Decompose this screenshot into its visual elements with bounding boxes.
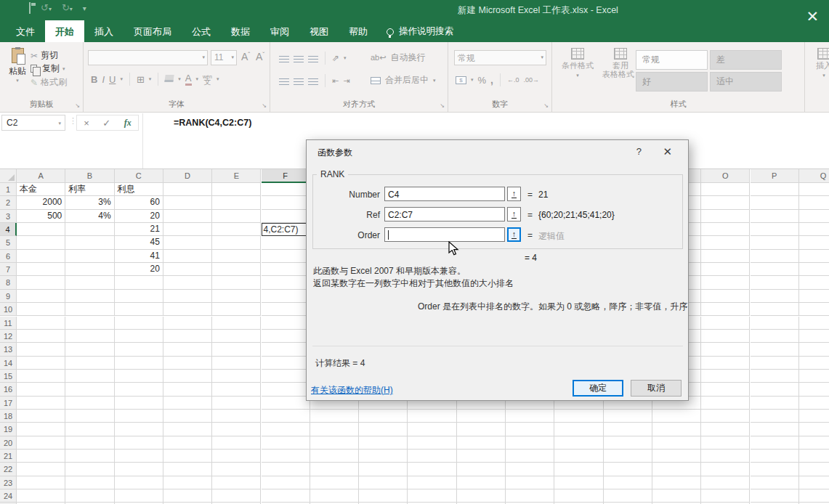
- grid-cell-F18[interactable]: [262, 410, 310, 423]
- grid-cell-B7[interactable]: [65, 263, 114, 276]
- grid-cell-C21[interactable]: [115, 450, 163, 463]
- grid-cell-D15[interactable]: [163, 370, 212, 383]
- column-header-P[interactable]: P: [751, 169, 799, 183]
- grid-cell-O12[interactable]: [701, 330, 750, 343]
- grid-cell-F21[interactable]: [262, 450, 310, 463]
- grid-cell-L24[interactable]: [554, 489, 603, 503]
- font-name-select[interactable]: ▾: [88, 50, 208, 65]
- grid-cell-N19[interactable]: [652, 423, 701, 436]
- grid-cell-C24[interactable]: [115, 489, 163, 503]
- grid-cell-C11[interactable]: [115, 317, 163, 330]
- cell-style-1[interactable]: 差: [710, 50, 782, 70]
- grid-cell-F20[interactable]: [262, 436, 310, 450]
- grid-cell-E24[interactable]: [212, 489, 261, 503]
- redo-icon[interactable]: ↻▾: [62, 3, 73, 13]
- grid-cell-Q13[interactable]: [799, 343, 829, 356]
- dialog-title-bar[interactable]: 函数参数 ? ✕: [307, 140, 688, 162]
- grid-cell-O7[interactable]: [701, 263, 750, 276]
- cell-style-3[interactable]: 适中: [710, 72, 782, 92]
- grid-cell-E8[interactable]: [212, 276, 261, 289]
- grid-cell-K21[interactable]: [506, 450, 554, 463]
- grid-cell-F22[interactable]: [262, 463, 310, 476]
- grid-cell-P9[interactable]: [751, 290, 799, 303]
- grid-cell-M22[interactable]: [604, 463, 652, 476]
- grid-cell-Q11[interactable]: [799, 317, 829, 330]
- grid-cell-G22[interactable]: [310, 463, 359, 476]
- grid-cell-L22[interactable]: [554, 463, 603, 476]
- grid-cell-C13[interactable]: [115, 343, 163, 356]
- row-header-1[interactable]: 1: [0, 183, 17, 196]
- column-header-A[interactable]: A: [17, 169, 65, 183]
- grid-cell-D6[interactable]: [163, 250, 212, 263]
- grid-cell-H22[interactable]: [359, 463, 408, 476]
- tab-file[interactable]: 文件: [6, 20, 45, 42]
- cut-button[interactable]: ✂ 剪切: [31, 49, 58, 62]
- grid-cell-Q16[interactable]: [799, 383, 829, 396]
- grid-cell-F19[interactable]: [262, 423, 310, 436]
- row-header-14[interactable]: 14: [0, 357, 17, 370]
- dialog-launcher-icon[interactable]: ↘: [543, 102, 549, 109]
- grid-cell-D2[interactable]: [163, 196, 212, 209]
- grid-cell-H21[interactable]: [359, 450, 408, 463]
- grid-cell-P11[interactable]: [751, 317, 799, 330]
- grid-cell-Q18[interactable]: [799, 410, 829, 423]
- grid-cell-B8[interactable]: [65, 276, 114, 289]
- grid-cell-C23[interactable]: [115, 476, 163, 489]
- grid-cell-F14[interactable]: [262, 357, 310, 370]
- grid-cell-M19[interactable]: [604, 423, 652, 436]
- grid-cell-A17[interactable]: [17, 397, 65, 410]
- grid-cell-H18[interactable]: [359, 410, 408, 423]
- grid-cell-P1[interactable]: [751, 183, 799, 196]
- dialog-launcher-icon[interactable]: ↘: [440, 102, 445, 109]
- grid-cell-N23[interactable]: [652, 476, 701, 489]
- grid-cell-F15[interactable]: [262, 370, 310, 383]
- grid-cell-I18[interactable]: [408, 410, 456, 423]
- grid-cell-F24[interactable]: [262, 489, 310, 503]
- grid-cell-O14[interactable]: [701, 357, 750, 370]
- fill-color-button[interactable]: [165, 74, 174, 84]
- insert-function-icon[interactable]: fx: [124, 118, 132, 129]
- grid-cell-O8[interactable]: [701, 276, 750, 289]
- grid-cell-A3[interactable]: 500: [17, 210, 65, 223]
- grid-cell-M24[interactable]: [604, 489, 652, 503]
- name-box[interactable]: C2 ▾: [1, 115, 65, 131]
- grid-cell-C17[interactable]: [115, 397, 163, 410]
- grid-cell-F16[interactable]: [262, 383, 310, 396]
- grid-cell-O20[interactable]: [701, 436, 750, 450]
- row-header-11[interactable]: 11: [0, 317, 17, 330]
- collapse-dialog-icon[interactable]: ↑: [507, 187, 521, 201]
- grid-cell-C8[interactable]: [115, 276, 163, 289]
- grid-cell-A6[interactable]: [17, 250, 65, 263]
- grid-cell-F2[interactable]: [262, 196, 310, 209]
- grid-cell-P8[interactable]: [751, 276, 799, 289]
- grid-cell-C5[interactable]: 45: [115, 236, 163, 249]
- tab-formulas[interactable]: 公式: [182, 20, 221, 42]
- row-header-19[interactable]: 19: [0, 423, 17, 436]
- italic-button[interactable]: I: [102, 74, 105, 85]
- grid-cell-D14[interactable]: [163, 357, 212, 370]
- row-header-22[interactable]: 22: [0, 463, 17, 476]
- grid-cell-M20[interactable]: [604, 436, 652, 450]
- row-header-6[interactable]: 6: [0, 250, 17, 263]
- percent-style-button[interactable]: %: [478, 75, 487, 86]
- merge-center-button[interactable]: 合并后居中 ▾: [371, 74, 436, 86]
- grid-cell-Q3[interactable]: [799, 210, 829, 223]
- grid-cell-O3[interactable]: [701, 210, 750, 223]
- grid-cell-B15[interactable]: [65, 370, 114, 383]
- grid-cell-A23[interactable]: [17, 476, 65, 489]
- grow-font-button[interactable]: Aˆ: [241, 51, 250, 62]
- grid-cell-B20[interactable]: [65, 436, 114, 450]
- conditional-formatting-button[interactable]: 条件格式 ▾: [558, 48, 597, 80]
- tell-me-search[interactable]: 操作说明搜索: [387, 20, 453, 42]
- grid-cell-D11[interactable]: [163, 317, 212, 330]
- grid-cell-E15[interactable]: [212, 370, 261, 383]
- grid-cell-B13[interactable]: [65, 343, 114, 356]
- copy-button[interactable]: 复制 ▾: [31, 62, 65, 75]
- grid-cell-E11[interactable]: [212, 317, 261, 330]
- grid-cell-D17[interactable]: [163, 397, 212, 410]
- align-right-icon[interactable]: [308, 77, 318, 85]
- tab-help[interactable]: 帮助: [339, 20, 378, 42]
- increase-decimal-button[interactable]: ←.0: [507, 76, 519, 84]
- field-input-ref[interactable]: C2:C7: [384, 207, 505, 221]
- grid-cell-M18[interactable]: [604, 410, 652, 423]
